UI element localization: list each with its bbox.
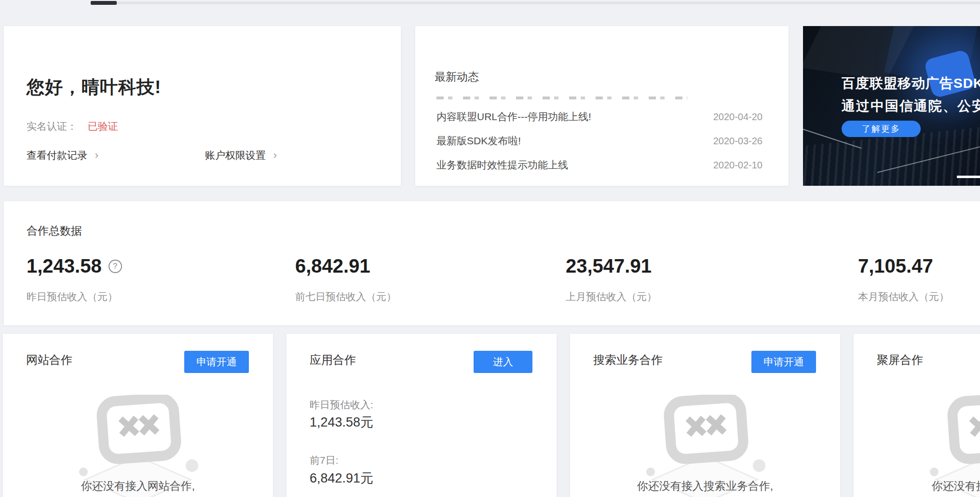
website-empty-text: 你还没有接入网站合作, (81, 479, 195, 494)
search-coop-card: 搜索业务合作 申请开通 你还没有接入搜索业务合作, (570, 334, 840, 497)
juping-coop-card: 聚屏合作 你还没有接入聚屏合作, (854, 334, 980, 497)
search-coop-title: 搜索业务合作 (593, 352, 663, 368)
stat-label: 本月预估收入（元） (858, 290, 949, 304)
news-item: 最新版SDK发布啦! 2020-03-26 (436, 134, 762, 148)
app-enter-button[interactable]: 进入 (474, 351, 532, 373)
stat-value: 23,547.91 (566, 255, 652, 277)
total-data-card: 合作总数据 1,243.58 ? 昨日预估收入（元） 6,842.91 前七日预… (4, 201, 980, 325)
news-card: 最新动态 内容联盟URL合作---停用功能上线! 2020-04-20 最新版S… (415, 26, 789, 186)
news-item: 业务数据时效性提示功能上线 2020-02-10 (436, 158, 762, 172)
stat-number: 7,105.47 (858, 255, 933, 277)
stat-label: 昨日预估收入（元） (27, 290, 118, 304)
account-permission-link[interactable]: 账户权限设置 › (205, 149, 277, 162)
stat-number: 1,243.58 (27, 255, 102, 277)
banner-white-dash-decor (957, 176, 980, 178)
app-yesterday-label: 昨日预估收入: (310, 398, 373, 412)
greeting-title: 您好，晴叶科技! (27, 75, 161, 99)
greeting-card: 您好，晴叶科技! 实名认证： 已验证 查看付款记录 › 账户权限设置 › (4, 26, 401, 186)
promo-banner[interactable]: 百度联盟移动广告SDK 通过中国信通院、公安 了解更多 (803, 26, 980, 186)
stat-label: 上月预估收入（元） (566, 290, 657, 304)
stat-number: 23,547.91 (566, 255, 652, 277)
dashboard-page: 您好，晴叶科技! 实名认证： 已验证 查看付款记录 › 账户权限设置 › 最新动… (0, 0, 980, 497)
horizontal-scrollbar-track[interactable] (117, 1, 980, 4)
website-coop-title: 网站合作 (26, 352, 72, 368)
stat-value: 7,105.47 (858, 255, 933, 277)
total-data-title: 合作总数据 (27, 223, 82, 238)
chevron-right-icon: › (273, 149, 277, 161)
app-last7-value: 6,842.91元 (310, 469, 373, 487)
news-item-link[interactable]: 最新版SDK发布啦! (436, 134, 521, 148)
payment-records-link[interactable]: 查看付款记录 › (27, 149, 98, 162)
banner-learn-more-button[interactable]: 了解更多 (842, 121, 921, 137)
payment-records-label: 查看付款记录 (27, 150, 87, 161)
app-coop-title: 应用合作 (310, 352, 356, 368)
stat-value: 6,842.91 (295, 255, 370, 277)
news-title: 最新动态 (435, 69, 479, 84)
horizontal-scrollbar-thumb[interactable] (91, 1, 117, 5)
question-circle-icon[interactable]: ? (109, 260, 122, 273)
juping-empty-text: 你还没有接入聚屏合作, (932, 479, 980, 494)
website-apply-button[interactable]: 申请开通 (184, 351, 249, 373)
news-item: 内容联盟URL合作---停用功能上线! 2020-04-20 (436, 110, 762, 124)
news-item-date: 2020-02-10 (713, 160, 762, 171)
news-item-date: 2020-03-26 (713, 136, 762, 147)
chevron-right-icon: › (95, 149, 98, 161)
realname-cert-status: 已验证 (88, 121, 118, 132)
realname-cert-label: 实名认证： (27, 121, 77, 132)
stat-number: 6,842.91 (295, 255, 370, 277)
news-item-date: 2020-04-20 (713, 111, 762, 123)
app-last7-label: 前7日: (310, 454, 339, 467)
banner-headline-line2: 通过中国信通院、公安 (842, 97, 980, 115)
news-scrolling-clipped-row (436, 97, 687, 99)
news-item-link[interactable]: 内容联盟URL合作---停用功能上线! (436, 110, 591, 124)
website-coop-card: 网站合作 申请开通 你还没有接入网站合作, (3, 334, 273, 497)
juping-coop-title: 聚屏合作 (877, 352, 923, 368)
search-apply-button[interactable]: 申请开通 (751, 351, 816, 373)
search-empty-text: 你还没有接入搜索业务合作, (637, 479, 773, 494)
news-item-link[interactable]: 业务数据时效性提示功能上线 (436, 158, 568, 172)
account-permission-label: 账户权限设置 (205, 150, 266, 161)
app-coop-card: 应用合作 进入 昨日预估收入: 1,243.58元 前7日: 6,842.91元 (286, 334, 557, 497)
realname-cert-row: 实名认证： 已验证 (27, 120, 118, 133)
banner-headline-line1: 百度联盟移动广告SDK (842, 74, 980, 93)
app-yesterday-value: 1,243.58元 (310, 414, 373, 431)
stat-label: 前七日预估收入（元） (295, 290, 396, 304)
stat-value: 1,243.58 ? (27, 255, 122, 277)
